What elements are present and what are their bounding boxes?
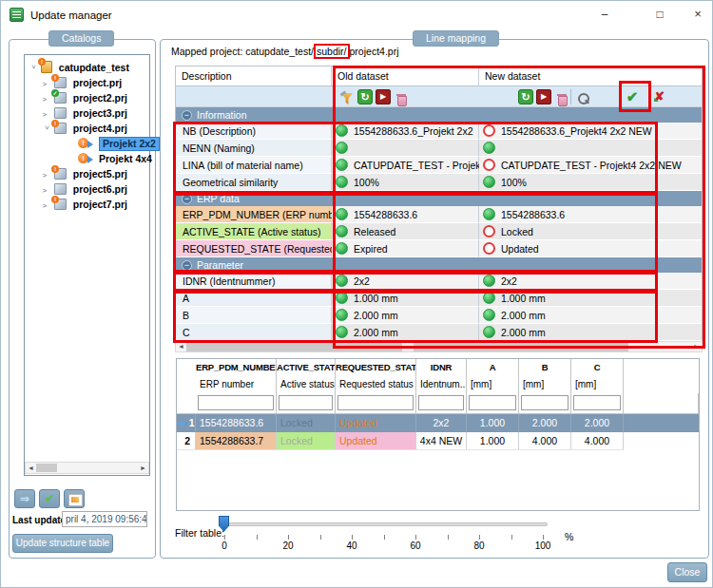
column-header-old-dataset: Old dataset (332, 66, 479, 85)
new-value-cell: 2x2 (479, 273, 702, 290)
close-icon[interactable]: × (684, 1, 712, 28)
new-value-cell: Locked (479, 223, 702, 240)
confirm-button[interactable] (39, 489, 60, 508)
col-a[interactable]: A (467, 359, 519, 376)
tick-label: 80 (465, 541, 493, 551)
refresh-icon[interactable] (518, 89, 533, 104)
subcol-b-mm: [mm] (519, 376, 571, 393)
old-value: 2.000 mm (354, 310, 398, 321)
run-icon[interactable] (376, 89, 391, 104)
col-erp-pdm-number[interactable]: ERP_PDM_NUMBER (196, 359, 277, 376)
scroll-left-icon[interactable]: ◄ (176, 342, 186, 351)
scrollbar-thumb[interactable] (186, 343, 628, 351)
slider-track[interactable] (222, 522, 548, 526)
filter-input[interactable] (279, 395, 333, 410)
mapping-row-nenn[interactable]: NENN (Naming) (175, 140, 703, 157)
mapping-hscrollbar[interactable]: ◄ ► (175, 341, 703, 352)
tree-item-catupdate_test[interactable]: > catupdate_test (29, 61, 129, 76)
minimize-icon[interactable]: – (590, 1, 619, 28)
table-row[interactable]: 1 1554288633.6 Locked Updated 2x2 1.000 … (177, 414, 699, 432)
mapping-row-lina[interactable]: LINA (bill of material name) CATUPDATE_T… (175, 157, 703, 174)
row-number: 2 (177, 432, 195, 449)
expander-icon[interactable]: > (43, 199, 51, 213)
col-requested-state[interactable]: REQUESTED_STATE (336, 359, 416, 376)
filter-input[interactable] (337, 395, 414, 410)
old-status-dot (336, 326, 348, 338)
tree-item-projekt-4x4[interactable]: Projekt 4x4 (78, 152, 152, 167)
warning-badge-icon (51, 74, 59, 82)
scroll-right-icon[interactable]: ► (138, 464, 148, 473)
expander-icon[interactable]: > (27, 65, 40, 73)
filter-input[interactable] (521, 395, 568, 410)
section-header-information[interactable]: Information (175, 107, 703, 123)
expander-icon[interactable]: > (43, 169, 51, 182)
mapping-row-requested-state[interactable]: REQUESTED_STATE (Requested status) Expir… (175, 240, 703, 257)
subcol-active-status: Active status (277, 376, 336, 393)
filter-input[interactable] (573, 395, 621, 410)
tree-item-project2-prj[interactable]: > project2.prj (42, 91, 127, 106)
col-c[interactable]: C (571, 359, 624, 376)
collapse-icon[interactable] (182, 260, 192, 271)
mapping-row-c[interactable]: C 2.000 mm 2.000 mm (175, 324, 703, 341)
collapse-icon[interactable] (182, 110, 192, 121)
run-icon[interactable] (536, 89, 551, 104)
tree-item-project4-prj[interactable]: > project4.prj (42, 122, 127, 137)
mapping-row-a[interactable]: A 1.000 mm 1.000 mm (175, 290, 703, 307)
tree-hscrollbar[interactable]: ◄ ► (25, 462, 149, 474)
filter-input[interactable] (198, 395, 274, 410)
warning-badge-icon (51, 165, 59, 173)
scrollbar-thumb[interactable] (36, 464, 57, 472)
catalogs-group-label: Catalogs (48, 30, 114, 47)
maximize-icon[interactable]: □ (646, 1, 674, 28)
last-update-field[interactable]: pril 4, 2019 09:56:40 (62, 511, 147, 527)
mapping-row-geometrical-similarity[interactable]: Geometrical similarity 100% 100% (175, 174, 703, 191)
reject-icon[interactable] (654, 91, 665, 103)
map-arrow-button[interactable] (14, 489, 35, 508)
mapping-row-erp-pdm-number[interactable]: ERP_PDM_NUMBER (ERP number) 1554288633.6… (175, 206, 703, 223)
row-label: IDNR (Identnummer) (176, 273, 332, 290)
cell-idnr: 2x2 (416, 414, 467, 432)
old-value-cell: 1554288633.6_Projekt 2x2 (332, 123, 479, 140)
scroll-right-icon[interactable]: ► (691, 342, 702, 351)
mapped-project-prefix: Mapped project: catupdate_test/ (171, 46, 314, 57)
tick-label: 100 (529, 541, 557, 551)
old-status-dot (336, 142, 348, 154)
section-header-erp-data[interactable]: ERP data (175, 191, 703, 206)
tree-item-project7-prj[interactable]: > project7.prj (42, 198, 127, 213)
row-label: REQUESTED_STATE (Requested status) (176, 240, 332, 257)
close-button[interactable]: Close (667, 562, 707, 582)
expander-icon[interactable]: > (43, 184, 51, 198)
table-row[interactable]: 2 1554288633.7 Locked Updated 4x4 NEW 1.… (177, 432, 699, 450)
expander-icon[interactable]: > (43, 93, 51, 106)
tree-item-projekt-2x2[interactable]: Projekt 2x2 (78, 137, 160, 152)
expander-icon[interactable]: > (43, 108, 51, 122)
update-structure-table-button[interactable]: Update structure table (12, 534, 113, 553)
col-b[interactable]: B (519, 359, 571, 376)
mapping-row-idnr[interactable]: IDNR (Identnummer) 2x2 2x2 (175, 273, 703, 290)
accept-icon[interactable] (625, 89, 640, 104)
col-active-state[interactable]: ACTIVE_STATE (277, 359, 336, 376)
mapping-row-b[interactable]: B 2.000 mm 2.000 mm (175, 307, 703, 324)
mapping-row-active-state[interactable]: ACTIVE_STATE (Active status) Released Lo… (175, 223, 703, 240)
collapse-icon[interactable] (182, 194, 192, 204)
warning-badge-icon (51, 196, 59, 203)
tree-item-project5-prj[interactable]: > project5.prj (42, 167, 127, 182)
scroll-left-icon[interactable]: ◄ (26, 464, 36, 473)
old-status-dot (336, 292, 348, 304)
expander-icon[interactable]: > (43, 78, 51, 91)
mapping-row-nb[interactable]: NB (Description) 1554288633.6_Projekt 2x… (175, 123, 703, 140)
filter-input[interactable] (418, 395, 464, 410)
filter-input[interactable] (469, 395, 516, 410)
old-value-cell: 100% (332, 174, 479, 191)
expander-icon[interactable]: > (40, 125, 53, 134)
mapping-grid: Description Old dataset New dataset Info… (175, 66, 703, 341)
old-value: 1554288633.6_Projekt 2x2 (354, 125, 473, 137)
new-value: CATUPDATE_TEST - Projekt4 2x2 NEW (501, 160, 682, 171)
structure-table-button-icon[interactable] (64, 489, 85, 508)
project-icon (54, 107, 67, 119)
cell-a: 1.000 (467, 414, 519, 432)
refresh-icon[interactable] (357, 89, 373, 104)
ok-badge-icon (51, 89, 59, 97)
col-idnr[interactable]: IDNR (416, 359, 467, 376)
section-header-parameter[interactable]: Parameter (175, 257, 703, 273)
